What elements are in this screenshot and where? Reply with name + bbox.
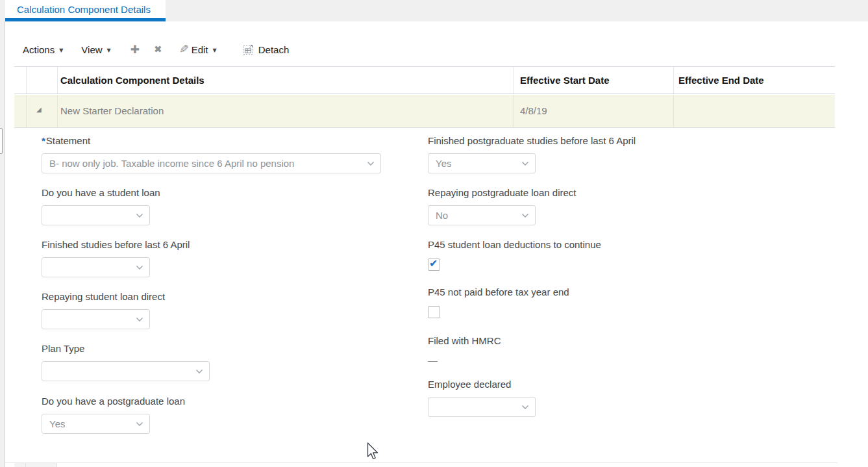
next-table-stub (26, 463, 57, 467)
employee-declared-label: Employee declared (428, 378, 511, 391)
postgraduate-loan-label: Do you have a postgraduate loan (42, 395, 185, 408)
chevron-down-icon (521, 405, 529, 410)
repaying-postgraduate-value: No (436, 210, 448, 221)
repaying-postgraduate-label: Repaying postgraduate loan direct (428, 186, 577, 199)
filed-with-hmrc-value: — (428, 355, 438, 366)
p45-deductions-continue-label: P45 student loan deductions to continue (428, 238, 601, 251)
chevron-down-icon (521, 161, 529, 166)
required-asterisk: * (42, 135, 45, 146)
chevron-down-icon: ▼ (213, 47, 217, 53)
detach-button[interactable]: Detach (243, 44, 290, 55)
detach-icon (243, 44, 254, 55)
column-separator (673, 95, 674, 127)
tab-calculation-component-details[interactable]: Calculation Component Details (5, 0, 166, 21)
chevron-down-icon (136, 422, 143, 427)
view-menu-label: View (81, 44, 102, 55)
row-expand-toggle-icon[interactable]: ◢ (36, 106, 42, 113)
finished-postgraduate-label: Finished postgraduate studies before las… (428, 134, 636, 147)
tab-label: Calculation Component Details (17, 4, 151, 15)
chevron-down-icon (367, 161, 375, 166)
column-separator (57, 67, 58, 94)
left-panel-splitter[interactable] (0, 21, 5, 467)
plan-type-label: Plan Type (42, 342, 84, 355)
app-window: Calculation Component Details Actions ▼ … (0, 0, 868, 467)
repaying-student-loan-dropdown[interactable] (42, 309, 150, 329)
add-row-icon[interactable]: ✚ (130, 44, 140, 55)
finished-studies-dropdown[interactable] (42, 257, 150, 277)
statement-label: *Statement (42, 134, 90, 147)
employee-declared-dropdown[interactable] (428, 397, 536, 417)
plan-type-dropdown[interactable] (42, 361, 210, 381)
tab-strip: Calculation Component Details (0, 0, 868, 21)
chevron-down-icon (136, 265, 143, 270)
column-separator (673, 67, 674, 94)
section-divider (5, 462, 837, 463)
filed-with-hmrc-label: Filed with HMRC (428, 334, 501, 347)
detach-label: Detach (258, 44, 290, 55)
row-effective-start-date: 4/8/19 (520, 105, 547, 116)
student-loan-label: Do you have a student loan (42, 186, 160, 199)
mouse-cursor (367, 442, 380, 461)
column-header-effective-start[interactable]: Effective Start Date (520, 75, 610, 86)
p45-deductions-continue-checkbox[interactable]: ✔ (428, 259, 440, 271)
delete-row-icon[interactable]: ✖ (154, 45, 162, 55)
tab-active-underline (5, 18, 166, 21)
table-row-new-starter-declaration[interactable]: ◢ New Starter Declaration 4/8/19 (14, 95, 835, 128)
column-separator (26, 67, 27, 94)
actions-menu-label: Actions (23, 44, 55, 55)
chevron-down-icon (136, 213, 143, 218)
statement-value: B- now only job. Taxable income since 6 … (49, 158, 294, 169)
p45-not-paid-checkbox[interactable] (428, 306, 440, 318)
table-toolbar: Actions ▼ View ▼ ✚ ✖ ✎ Edit ▼ Detach (23, 38, 289, 60)
postgraduate-loan-dropdown[interactable]: Yes (42, 414, 150, 434)
column-header-component[interactable]: Calculation Component Details (60, 75, 205, 86)
column-separator (513, 67, 514, 94)
statement-dropdown[interactable]: B- now only job. Taxable income since 6 … (42, 153, 381, 173)
student-loan-dropdown[interactable] (42, 205, 150, 225)
column-separator (513, 95, 514, 127)
actions-menu-button[interactable]: Actions ▼ (23, 44, 63, 55)
column-header-effective-end[interactable]: Effective End Date (678, 75, 764, 86)
p45-not-paid-label: P45 not paid before tax year end (428, 286, 569, 299)
table-header-row: Calculation Component Details Effective … (14, 66, 835, 94)
finished-postgraduate-dropdown[interactable]: Yes (428, 153, 536, 173)
finished-postgraduate-value: Yes (436, 158, 451, 169)
repaying-student-loan-label: Repaying student loan direct (42, 290, 165, 303)
column-separator (26, 95, 27, 127)
chevron-down-icon (195, 369, 203, 374)
edit-menu-button[interactable]: Edit ▼ (192, 44, 217, 55)
postgraduate-loan-value: Yes (49, 418, 65, 429)
checkmark-icon: ✔ (429, 257, 438, 270)
row-component-name: New Starter Declaration (60, 105, 164, 116)
view-menu-button[interactable]: View ▼ (81, 44, 110, 55)
edit-pencil-icon[interactable]: ✎ (179, 44, 189, 55)
edit-menu-label: Edit (192, 44, 208, 55)
chevron-down-icon: ▼ (59, 47, 63, 53)
chevron-down-icon (136, 317, 143, 322)
next-table-stub (14, 463, 26, 467)
column-separator (57, 95, 58, 127)
chevron-down-icon (521, 213, 529, 218)
chevron-down-icon: ▼ (107, 47, 111, 53)
splitter-handle[interactable] (0, 128, 3, 154)
finished-studies-label: Finished studies before last 6 April (42, 238, 190, 251)
repaying-postgraduate-dropdown[interactable]: No (428, 205, 536, 225)
